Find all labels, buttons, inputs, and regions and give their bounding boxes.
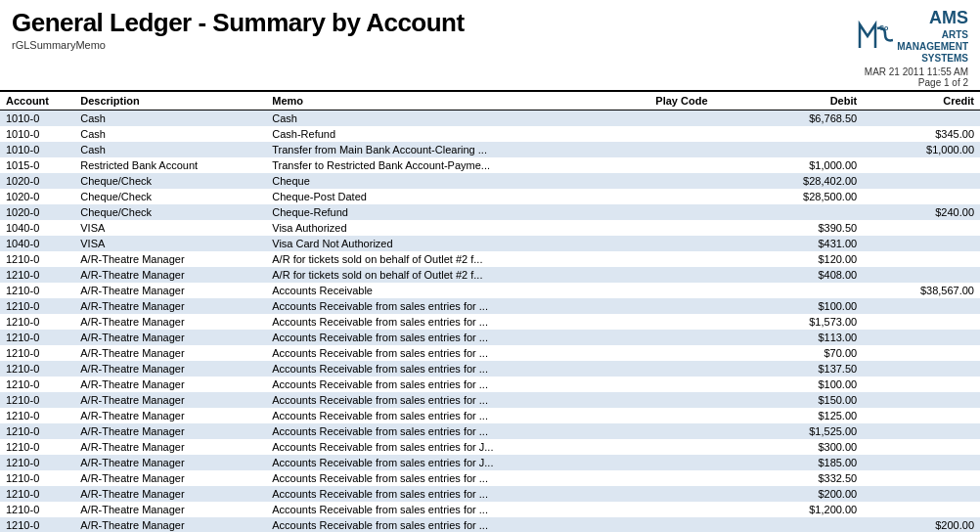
table-row: 1015-0Restricted Bank AccountTransfer to… xyxy=(0,157,980,173)
cell-account: 1210-0 xyxy=(0,423,74,439)
table-row: 1210-0A/R-Theatre ManagerAccounts Receiv… xyxy=(0,502,980,517)
cell-description: A/R-Theatre Manager xyxy=(74,298,266,314)
table-row: 1210-0A/R-Theatre ManagerA/R for tickets… xyxy=(0,267,980,283)
table-row: 1020-0Cheque/CheckCheque$28,402.00 xyxy=(0,173,980,189)
cell-debit: $28,402.00 xyxy=(745,173,863,189)
cell-memo: Cheque-Refund xyxy=(266,204,649,220)
cell-account: 1210-0 xyxy=(0,251,74,267)
cell-account: 1015-0 xyxy=(0,157,74,173)
table-row: 1020-0Cheque/CheckCheque-Refund$240.00 xyxy=(0,204,980,220)
logo-text: AMS ARTS MANAGEMENT SYSTEMS xyxy=(897,8,968,65)
cell-memo: Accounts Receivable from sales entries f… xyxy=(266,517,649,532)
cell-debit: $431.00 xyxy=(745,236,863,251)
cell-account: 1210-0 xyxy=(0,345,74,361)
ledger-table: Account Description Memo Play Code Debit… xyxy=(0,90,980,532)
cell-memo: A/R for tickets sold on behalf of Outlet… xyxy=(266,251,649,267)
table-row: 1010-0CashCash-Refund$345.00 xyxy=(0,126,980,142)
cell-debit: $300.00 xyxy=(745,439,863,455)
cell-play-code xyxy=(649,204,745,220)
table-row: 1210-0A/R-Theatre ManagerAccounts Receiv… xyxy=(0,423,980,439)
cell-description: A/R-Theatre Manager xyxy=(74,267,266,283)
cell-account: 1210-0 xyxy=(0,455,74,470)
cell-memo: Accounts Receivable xyxy=(266,283,649,298)
cell-memo: Cheque-Post Dated xyxy=(266,189,649,204)
cell-play-code xyxy=(649,517,745,532)
cell-credit xyxy=(863,220,980,236)
cell-description: A/R-Theatre Manager xyxy=(74,314,266,330)
table-row: 1010-0CashTransfer from Main Bank Accoun… xyxy=(0,142,980,157)
table-row: 1210-0A/R-Theatre ManagerAccounts Receiv… xyxy=(0,408,980,423)
cell-credit xyxy=(863,173,980,189)
header-left: General Ledger - Summary by Account rGLS… xyxy=(12,8,465,51)
cell-credit: $200.00 xyxy=(863,517,980,532)
cell-description: A/R-Theatre Manager xyxy=(74,330,266,345)
cell-play-code xyxy=(649,220,745,236)
cell-account: 1210-0 xyxy=(0,330,74,345)
cell-credit: $240.00 xyxy=(863,204,980,220)
col-header-debit: Debit xyxy=(745,91,863,111)
cell-play-code xyxy=(649,251,745,267)
cell-account: 1040-0 xyxy=(0,220,74,236)
cell-credit xyxy=(863,361,980,377)
cell-memo: Accounts Receivable from sales entries f… xyxy=(266,345,649,361)
cell-debit: $100.00 xyxy=(745,298,863,314)
cell-debit: $125.00 xyxy=(745,408,863,423)
table-row: 1010-0CashCash$6,768.50 xyxy=(0,110,980,126)
cell-play-code xyxy=(649,486,745,502)
table-row: 1210-0A/R-Theatre ManagerAccounts Receiv… xyxy=(0,283,980,298)
cell-play-code xyxy=(649,470,745,486)
cell-description: A/R-Theatre Manager xyxy=(74,251,266,267)
cell-credit xyxy=(863,486,980,502)
cell-play-code xyxy=(649,189,745,204)
table-container: Account Description Memo Play Code Debit… xyxy=(0,90,980,532)
cell-description: Cash xyxy=(74,110,266,126)
cell-credit xyxy=(863,251,980,267)
cell-credit xyxy=(863,439,980,455)
cell-memo: Accounts Receivable from sales entries f… xyxy=(266,502,649,517)
cell-memo: Accounts Receivable from sales entries f… xyxy=(266,392,649,408)
cell-play-code xyxy=(649,157,745,173)
cell-debit: $185.00 xyxy=(745,455,863,470)
table-row: 1040-0VISAVisa Card Not Authorized$431.0… xyxy=(0,236,980,251)
cell-description: Cheque/Check xyxy=(74,204,266,220)
cell-debit xyxy=(745,126,863,142)
cell-memo: A/R for tickets sold on behalf of Outlet… xyxy=(266,267,649,283)
report-date: MAR 21 2011 11:55 AM xyxy=(865,66,968,77)
table-row: 1210-0A/R-Theatre ManagerAccounts Receiv… xyxy=(0,314,980,330)
cell-play-code xyxy=(649,439,745,455)
col-header-description: Description xyxy=(74,91,266,111)
cell-play-code xyxy=(649,298,745,314)
cell-account: 1210-0 xyxy=(0,314,74,330)
cell-memo: Accounts Receivable from sales entries f… xyxy=(266,470,649,486)
cell-debit xyxy=(745,142,863,157)
cell-memo: Visa Card Not Authorized xyxy=(266,236,649,251)
cell-account: 1020-0 xyxy=(0,204,74,220)
header-right: Co AMS ARTS MANAGEMENT SYSTEMS MAR 21 20… xyxy=(858,8,968,88)
cell-debit: $150.00 xyxy=(745,392,863,408)
table-header-row: Account Description Memo Play Code Debit… xyxy=(0,91,980,111)
cell-play-code xyxy=(649,408,745,423)
cell-debit: $137.50 xyxy=(745,361,863,377)
cell-play-code xyxy=(649,423,745,439)
cell-debit: $390.50 xyxy=(745,220,863,236)
cell-play-code xyxy=(649,283,745,298)
table-row: 1210-0A/R-Theatre ManagerAccounts Receiv… xyxy=(0,486,980,502)
table-row: 1210-0A/R-Theatre ManagerAccounts Receiv… xyxy=(0,345,980,361)
cell-account: 1210-0 xyxy=(0,408,74,423)
cell-description: VISA xyxy=(74,236,266,251)
cell-account: 1040-0 xyxy=(0,236,74,251)
table-row: 1210-0A/R-Theatre ManagerAccounts Receiv… xyxy=(0,392,980,408)
cell-account: 1210-0 xyxy=(0,502,74,517)
cell-credit xyxy=(863,298,980,314)
cell-credit xyxy=(863,157,980,173)
cell-memo: Accounts Receivable from sales entries f… xyxy=(266,361,649,377)
svg-text:Co: Co xyxy=(879,24,888,31)
cell-play-code xyxy=(649,173,745,189)
cell-credit xyxy=(863,408,980,423)
cell-memo: Accounts Receivable from sales entries f… xyxy=(266,423,649,439)
cell-play-code xyxy=(649,126,745,142)
cell-account: 1210-0 xyxy=(0,470,74,486)
cell-account: 1010-0 xyxy=(0,126,74,142)
cell-memo: Accounts Receivable from sales entries f… xyxy=(266,486,649,502)
subtitle: rGLSummaryMemo xyxy=(12,39,465,51)
